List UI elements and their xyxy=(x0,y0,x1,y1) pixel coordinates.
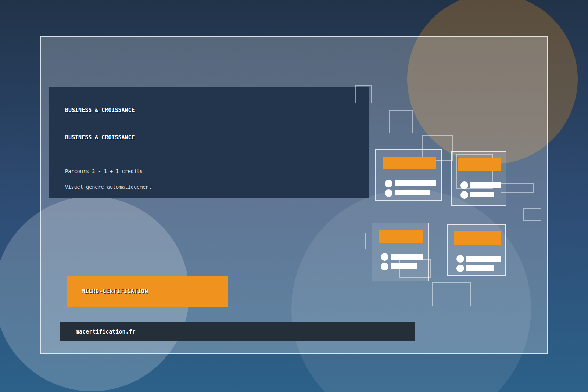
text-placeholder-bar xyxy=(391,263,417,269)
placeholder-card xyxy=(372,223,429,281)
cta-label: MICRO-CERTIFICATION xyxy=(82,288,148,295)
card-header-bar xyxy=(458,158,501,171)
main-title: BUSINESS & CROISSANCE xyxy=(65,134,135,141)
decor-square xyxy=(389,110,413,133)
footer-bar: macertification.fr xyxy=(60,322,415,341)
bullet-dot xyxy=(385,180,392,187)
decor-rect xyxy=(432,282,471,306)
title-panel: BUSINESS & CROISSANCE BUSINESS & CROISSA… xyxy=(49,87,369,198)
placeholder-card xyxy=(447,224,506,276)
subtitle: Parcours 3 - 1 + 1 credits xyxy=(65,168,143,175)
bullet-dot xyxy=(456,265,464,272)
bullet-dot xyxy=(456,255,464,263)
text-placeholder-bar xyxy=(391,254,423,260)
card-header-bar xyxy=(379,230,423,243)
placeholder-card xyxy=(375,149,442,201)
poster-canvas: BUSINESS & CROISSANCE BUSINESS & CROISSA… xyxy=(0,0,588,392)
bullet-dot xyxy=(381,263,388,270)
auto-generated-note: Visuel genere automatiquement xyxy=(65,184,152,190)
card-header-bar xyxy=(454,231,501,245)
text-placeholder-bar xyxy=(466,256,501,262)
bullet-dot xyxy=(381,253,388,261)
text-placeholder-bar xyxy=(395,180,436,186)
bullet-dot xyxy=(460,191,468,199)
decor-square xyxy=(355,85,372,103)
text-placeholder-bar xyxy=(470,182,501,188)
text-placeholder-bar xyxy=(395,190,430,195)
placeholder-card xyxy=(451,151,506,206)
decor-rect xyxy=(523,208,541,221)
cta-button[interactable]: MICRO-CERTIFICATION xyxy=(67,276,228,307)
badge-title: BUSINESS & CROISSANCE xyxy=(65,107,135,114)
website-link[interactable]: macertification.fr xyxy=(76,328,136,335)
card-header-bar xyxy=(383,157,436,169)
bullet-dot xyxy=(460,181,468,189)
text-placeholder-bar xyxy=(466,265,494,271)
bullet-dot xyxy=(385,189,392,197)
text-placeholder-bar xyxy=(470,192,494,197)
